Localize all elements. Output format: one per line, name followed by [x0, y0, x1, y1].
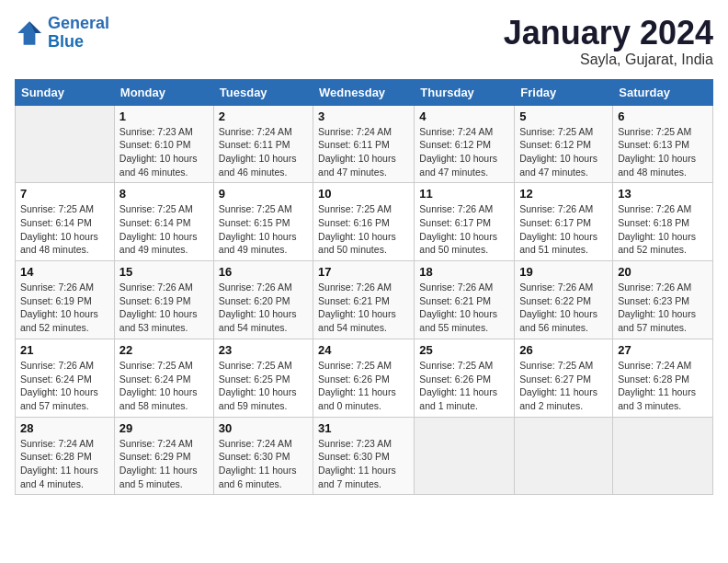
day-number: 5: [519, 109, 608, 123]
day-number: 6: [618, 109, 708, 123]
day-number: 16: [219, 265, 308, 279]
calendar-week-row: 1Sunrise: 7:23 AM Sunset: 6:10 PM Daylig…: [16, 105, 713, 183]
day-info: Sunrise: 7:24 AM Sunset: 6:29 PM Dayligh…: [119, 437, 209, 491]
calendar-cell: 21Sunrise: 7:26 AM Sunset: 6:24 PM Dayli…: [16, 339, 115, 417]
location: Sayla, Gujarat, India: [504, 52, 713, 68]
calendar-cell: 25Sunrise: 7:25 AM Sunset: 6:26 PM Dayli…: [415, 339, 515, 417]
calendar-cell: 30Sunrise: 7:24 AM Sunset: 6:30 PM Dayli…: [213, 417, 313, 495]
day-number: 7: [20, 187, 109, 201]
calendar-cell: 20Sunrise: 7:26 AM Sunset: 6:23 PM Dayli…: [613, 261, 713, 339]
day-number: 26: [519, 343, 608, 357]
day-info: Sunrise: 7:26 AM Sunset: 6:19 PM Dayligh…: [119, 281, 209, 335]
day-info: Sunrise: 7:26 AM Sunset: 6:21 PM Dayligh…: [318, 281, 409, 335]
calendar-cell: [613, 417, 713, 495]
day-info: Sunrise: 7:25 AM Sunset: 6:13 PM Dayligh…: [618, 125, 708, 179]
calendar-cell: 24Sunrise: 7:25 AM Sunset: 6:26 PM Dayli…: [313, 339, 415, 417]
day-info: Sunrise: 7:25 AM Sunset: 6:14 PM Dayligh…: [119, 202, 209, 257]
day-info: Sunrise: 7:25 AM Sunset: 6:25 PM Dayligh…: [219, 359, 308, 413]
calendar-cell: 27Sunrise: 7:24 AM Sunset: 6:28 PM Dayli…: [613, 339, 713, 417]
calendar-week-row: 14Sunrise: 7:26 AM Sunset: 6:19 PM Dayli…: [16, 261, 713, 339]
calendar-cell: 12Sunrise: 7:26 AM Sunset: 6:17 PM Dayli…: [515, 183, 613, 261]
calendar-body: 1Sunrise: 7:23 AM Sunset: 6:10 PM Daylig…: [16, 105, 713, 495]
day-number: 31: [318, 421, 409, 435]
calendar-cell: 28Sunrise: 7:24 AM Sunset: 6:28 PM Dayli…: [16, 417, 115, 495]
day-info: Sunrise: 7:26 AM Sunset: 6:19 PM Dayligh…: [20, 281, 109, 335]
day-number: 15: [119, 265, 209, 279]
calendar-week-row: 7Sunrise: 7:25 AM Sunset: 6:14 PM Daylig…: [16, 183, 713, 261]
calendar-cell: 14Sunrise: 7:26 AM Sunset: 6:19 PM Dayli…: [16, 261, 115, 339]
calendar-cell: 22Sunrise: 7:25 AM Sunset: 6:24 PM Dayli…: [114, 339, 213, 417]
weekday-header: Wednesday: [313, 79, 415, 105]
calendar-week-row: 21Sunrise: 7:26 AM Sunset: 6:24 PM Dayli…: [16, 339, 713, 417]
day-number: 20: [618, 265, 708, 279]
month-title: January 2024: [504, 15, 713, 52]
calendar-cell: 23Sunrise: 7:25 AM Sunset: 6:25 PM Dayli…: [213, 339, 313, 417]
calendar-cell: 9Sunrise: 7:25 AM Sunset: 6:15 PM Daylig…: [213, 183, 313, 261]
calendar-cell: [16, 105, 115, 183]
calendar-cell: 3Sunrise: 7:24 AM Sunset: 6:11 PM Daylig…: [313, 105, 415, 183]
day-info: Sunrise: 7:24 AM Sunset: 6:30 PM Dayligh…: [219, 437, 308, 491]
day-info: Sunrise: 7:24 AM Sunset: 6:28 PM Dayligh…: [20, 437, 109, 491]
calendar-cell: 29Sunrise: 7:24 AM Sunset: 6:29 PM Dayli…: [114, 417, 213, 495]
day-number: 11: [419, 187, 509, 201]
calendar-cell: [515, 417, 613, 495]
calendar-cell: 15Sunrise: 7:26 AM Sunset: 6:19 PM Dayli…: [114, 261, 213, 339]
day-info: Sunrise: 7:24 AM Sunset: 6:11 PM Dayligh…: [318, 125, 409, 179]
day-number: 14: [20, 265, 109, 279]
day-info: Sunrise: 7:26 AM Sunset: 6:17 PM Dayligh…: [519, 202, 608, 257]
day-info: Sunrise: 7:24 AM Sunset: 6:28 PM Dayligh…: [618, 359, 708, 413]
calendar-cell: 1Sunrise: 7:23 AM Sunset: 6:10 PM Daylig…: [114, 105, 213, 183]
logo-icon: [15, 18, 44, 48]
calendar-week-row: 28Sunrise: 7:24 AM Sunset: 6:28 PM Dayli…: [16, 417, 713, 495]
calendar-cell: 26Sunrise: 7:25 AM Sunset: 6:27 PM Dayli…: [515, 339, 613, 417]
day-info: Sunrise: 7:25 AM Sunset: 6:15 PM Dayligh…: [219, 202, 308, 257]
calendar-cell: 10Sunrise: 7:25 AM Sunset: 6:16 PM Dayli…: [313, 183, 415, 261]
weekday-header: Saturday: [613, 79, 713, 105]
day-number: 19: [519, 265, 608, 279]
day-info: Sunrise: 7:25 AM Sunset: 6:26 PM Dayligh…: [419, 359, 509, 413]
day-number: 13: [618, 187, 708, 201]
day-number: 3: [318, 109, 409, 123]
day-info: Sunrise: 7:25 AM Sunset: 6:27 PM Dayligh…: [519, 359, 608, 413]
calendar-header-row: SundayMondayTuesdayWednesdayThursdayFrid…: [16, 79, 713, 105]
calendar-cell: 17Sunrise: 7:26 AM Sunset: 6:21 PM Dayli…: [313, 261, 415, 339]
weekday-header: Thursday: [415, 79, 515, 105]
logo-text: General Blue: [48, 15, 109, 52]
day-number: 22: [119, 343, 209, 357]
day-number: 4: [419, 109, 509, 123]
day-number: 23: [219, 343, 308, 357]
day-number: 1: [119, 109, 209, 123]
calendar-cell: 8Sunrise: 7:25 AM Sunset: 6:14 PM Daylig…: [114, 183, 213, 261]
calendar-cell: 18Sunrise: 7:26 AM Sunset: 6:21 PM Dayli…: [415, 261, 515, 339]
title-block: January 2024 Sayla, Gujarat, India: [504, 15, 713, 68]
day-number: 21: [20, 343, 109, 357]
logo: General Blue: [15, 15, 109, 52]
day-number: 27: [618, 343, 708, 357]
day-number: 30: [219, 421, 308, 435]
day-number: 12: [519, 187, 608, 201]
day-number: 8: [119, 187, 209, 201]
weekday-header: Sunday: [16, 79, 115, 105]
day-number: 18: [419, 265, 509, 279]
calendar-cell: 2Sunrise: 7:24 AM Sunset: 6:11 PM Daylig…: [213, 105, 313, 183]
weekday-header: Monday: [114, 79, 213, 105]
calendar-cell: 13Sunrise: 7:26 AM Sunset: 6:18 PM Dayli…: [613, 183, 713, 261]
calendar-cell: 4Sunrise: 7:24 AM Sunset: 6:12 PM Daylig…: [415, 105, 515, 183]
calendar-cell: 11Sunrise: 7:26 AM Sunset: 6:17 PM Dayli…: [415, 183, 515, 261]
calendar-cell: 19Sunrise: 7:26 AM Sunset: 6:22 PM Dayli…: [515, 261, 613, 339]
calendar-cell: [415, 417, 515, 495]
day-info: Sunrise: 7:23 AM Sunset: 6:30 PM Dayligh…: [318, 437, 409, 491]
day-info: Sunrise: 7:25 AM Sunset: 6:26 PM Dayligh…: [318, 359, 409, 413]
calendar-cell: 7Sunrise: 7:25 AM Sunset: 6:14 PM Daylig…: [16, 183, 115, 261]
calendar-cell: 6Sunrise: 7:25 AM Sunset: 6:13 PM Daylig…: [613, 105, 713, 183]
day-number: 17: [318, 265, 409, 279]
day-info: Sunrise: 7:25 AM Sunset: 6:12 PM Dayligh…: [519, 125, 608, 179]
calendar-cell: 5Sunrise: 7:25 AM Sunset: 6:12 PM Daylig…: [515, 105, 613, 183]
day-info: Sunrise: 7:23 AM Sunset: 6:10 PM Dayligh…: [119, 125, 209, 179]
page-header: General Blue January 2024 Sayla, Gujarat…: [15, 15, 713, 68]
day-info: Sunrise: 7:26 AM Sunset: 6:24 PM Dayligh…: [20, 359, 109, 413]
day-info: Sunrise: 7:25 AM Sunset: 6:24 PM Dayligh…: [119, 359, 209, 413]
day-info: Sunrise: 7:26 AM Sunset: 6:20 PM Dayligh…: [219, 281, 308, 335]
day-info: Sunrise: 7:26 AM Sunset: 6:18 PM Dayligh…: [618, 202, 708, 257]
weekday-header: Tuesday: [213, 79, 313, 105]
